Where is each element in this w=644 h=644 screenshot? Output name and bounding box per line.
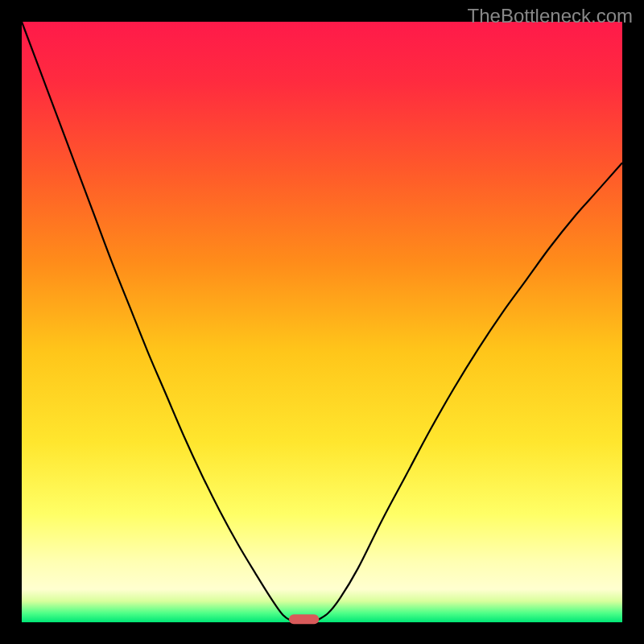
watermark: TheBottleneck.com [468,5,633,27]
plot-background [22,22,622,622]
optimal-marker [289,614,319,624]
chart-container: TheBottleneck.com [0,0,644,644]
bottleneck-chart [0,0,644,644]
